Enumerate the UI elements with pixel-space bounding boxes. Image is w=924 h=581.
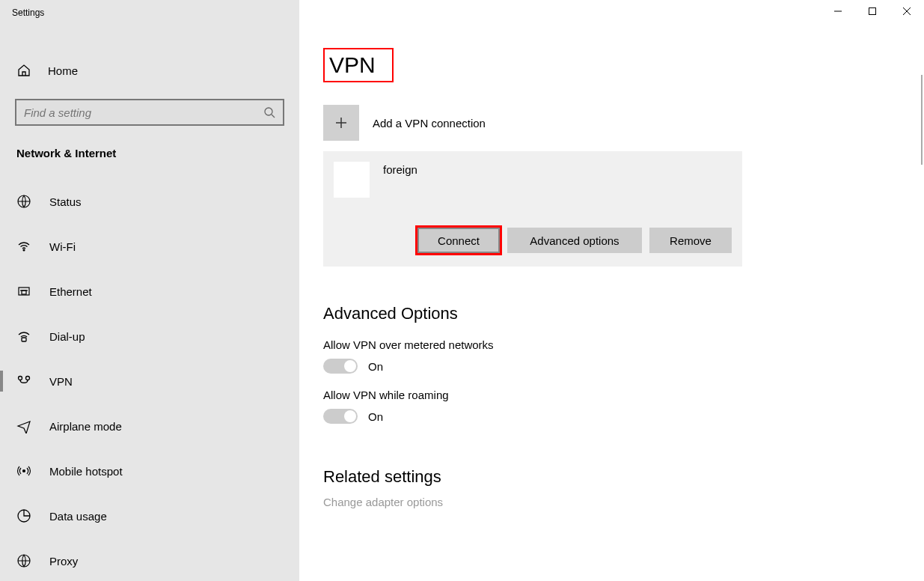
related-settings-heading: Related settings bbox=[323, 467, 924, 487]
change-adapter-link[interactable]: Change adapter options bbox=[323, 496, 924, 508]
sidebar-item-label: Ethernet bbox=[49, 285, 92, 298]
toggle-state: On bbox=[368, 410, 383, 423]
sidebar-item-label: Proxy bbox=[49, 555, 78, 568]
page-title: VPN bbox=[323, 48, 394, 82]
sidebar-item-label: Dial-up bbox=[49, 330, 85, 343]
svg-point-2 bbox=[23, 249, 25, 251]
sidebar-item-label: Wi-Fi bbox=[49, 240, 76, 253]
sidebar-item-wifi[interactable]: Wi-Fi bbox=[0, 224, 299, 269]
svg-point-8 bbox=[23, 470, 25, 472]
advanced-options-heading: Advanced Options bbox=[323, 304, 924, 323]
remove-button[interactable]: Remove bbox=[649, 228, 732, 253]
nav-list: Status Wi-Fi Ethernet bbox=[0, 179, 299, 581]
sidebar-item-datausage[interactable]: Data usage bbox=[0, 493, 299, 538]
wifi-icon bbox=[16, 239, 31, 254]
hotspot-icon bbox=[16, 463, 31, 478]
add-vpn-button[interactable]: Add a VPN connection bbox=[323, 105, 924, 141]
toggle-roaming-switch[interactable] bbox=[323, 409, 358, 424]
section-header: Network & Internet bbox=[0, 126, 299, 170]
search-input[interactable] bbox=[24, 106, 263, 119]
datausage-icon bbox=[16, 508, 31, 523]
sidebar-item-label: Status bbox=[49, 195, 82, 208]
ethernet-icon bbox=[16, 284, 31, 299]
status-icon bbox=[16, 194, 31, 209]
sidebar-item-vpn[interactable]: VPN bbox=[0, 359, 299, 404]
toggle-label: Allow VPN over metered networks bbox=[323, 338, 924, 351]
sidebar-item-label: VPN bbox=[49, 375, 73, 388]
toggle-label: Allow VPN while roaming bbox=[323, 389, 924, 401]
search-input-wrap[interactable] bbox=[15, 99, 284, 126]
minimize-button[interactable] bbox=[821, 0, 855, 22]
app-title: Settings bbox=[0, 0, 299, 18]
maximize-button[interactable] bbox=[855, 0, 890, 22]
plus-icon bbox=[323, 105, 359, 141]
sidebar-item-label: Data usage bbox=[49, 510, 107, 523]
sidebar-item-dialup[interactable]: Dial-up bbox=[0, 314, 299, 359]
proxy-icon bbox=[16, 553, 31, 568]
vpn-icon bbox=[16, 374, 31, 389]
toggle-metered: Allow VPN over metered networks On bbox=[323, 338, 924, 374]
scrollbar[interactable] bbox=[921, 75, 923, 165]
vpn-connection-icon bbox=[334, 162, 370, 198]
svg-rect-11 bbox=[869, 8, 876, 15]
sidebar: Settings Home Network & Internet bbox=[0, 0, 299, 581]
sidebar-item-label: Airplane mode bbox=[49, 420, 122, 433]
sidebar-item-label: Mobile hotspot bbox=[49, 465, 123, 478]
svg-point-7 bbox=[26, 377, 30, 380]
svg-rect-5 bbox=[22, 338, 26, 341]
sidebar-item-ethernet[interactable]: Ethernet bbox=[0, 269, 299, 314]
vpn-connection-card[interactable]: foreign Connect Advanced options Remove bbox=[323, 151, 742, 267]
titlebar bbox=[821, 0, 924, 22]
home-label: Home bbox=[48, 64, 78, 77]
connect-button[interactable]: Connect bbox=[417, 228, 500, 253]
svg-point-0 bbox=[265, 108, 272, 115]
dialup-icon bbox=[16, 329, 31, 344]
sidebar-item-proxy[interactable]: Proxy bbox=[0, 538, 299, 581]
sidebar-item-status[interactable]: Status bbox=[0, 179, 299, 224]
vpn-connection-name: foreign bbox=[383, 162, 417, 176]
toggle-roaming: Allow VPN while roaming On bbox=[323, 389, 924, 424]
toggle-state: On bbox=[368, 360, 383, 373]
svg-point-6 bbox=[19, 377, 22, 380]
add-vpn-label: Add a VPN connection bbox=[373, 117, 486, 130]
sidebar-item-airplane[interactable]: Airplane mode bbox=[0, 404, 299, 448]
airplane-icon bbox=[16, 419, 31, 434]
main-content: VPN Add a VPN connection foreign Connect… bbox=[299, 0, 924, 581]
advanced-options-button[interactable]: Advanced options bbox=[507, 228, 642, 253]
sidebar-item-hotspot[interactable]: Mobile hotspot bbox=[0, 448, 299, 493]
home-button[interactable]: Home bbox=[0, 51, 299, 90]
toggle-metered-switch[interactable] bbox=[323, 359, 358, 374]
home-icon bbox=[16, 63, 31, 78]
search-icon bbox=[263, 106, 275, 118]
close-button[interactable] bbox=[890, 0, 924, 22]
